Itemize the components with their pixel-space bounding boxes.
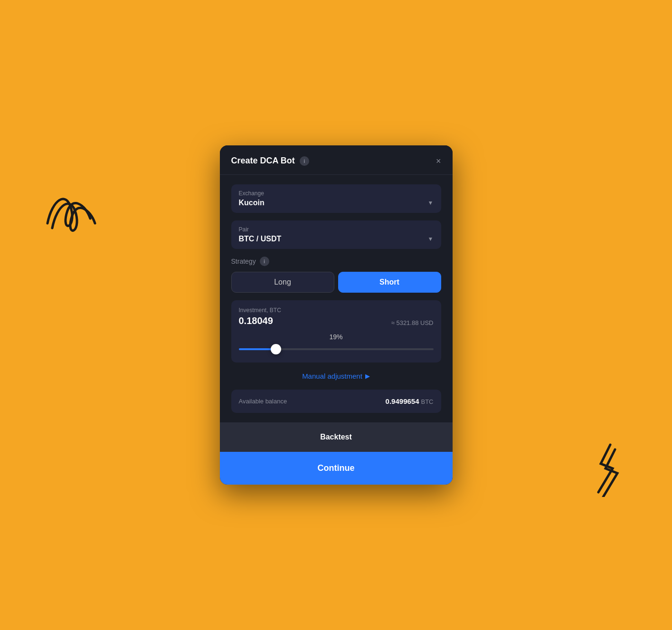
pair-chevron-icon: ▼ [428,236,434,242]
slider-percentage: 19% [239,333,434,341]
investment-left: Investment, BTC 0.18049 [239,307,281,326]
exchange-label: Exchange [239,190,434,197]
balance-currency: BTC [421,398,434,405]
balance-value-row: 0.9499654 BTC [386,397,434,405]
manual-adjustment-arrow-icon: ▶ [365,372,370,380]
scribble-right [587,440,625,497]
balance-value: 0.9499654 [386,397,419,405]
available-balance-row: Available balance 0.9499654 BTC [231,390,441,413]
slider-section: 19% [239,333,434,354]
pair-label: Pair [239,226,434,233]
modal-header: Create DCA Bot i × [220,145,453,175]
pair-value-row: BTC / USDT ▼ [239,235,434,243]
create-dca-bot-modal: Create DCA Bot i × Exchange Kucoin ▼ Pai… [220,145,453,485]
long-button[interactable]: Long [231,272,334,293]
modal-body: Exchange Kucoin ▼ Pair BTC / USDT ▼ Stra… [220,175,453,422]
strategy-info-icon[interactable]: i [260,257,269,266]
pair-dropdown[interactable]: Pair BTC / USDT ▼ [231,220,441,249]
exchange-dropdown[interactable]: Exchange Kucoin ▼ [231,184,441,213]
exchange-chevron-icon: ▼ [428,200,434,206]
modal-title-group: Create DCA Bot i [231,156,309,166]
close-button[interactable]: × [436,157,441,165]
exchange-value: Kucoin [239,199,265,207]
scribble-left [38,181,104,238]
investment-label: Investment, BTC [239,307,281,314]
manual-adjustment-label: Manual adjustment [302,372,362,380]
strategy-label: Strategy [231,258,256,265]
short-button[interactable]: Short [338,272,441,293]
strategy-label-row: Strategy i [231,257,441,266]
backtest-button[interactable]: Backtest [220,422,453,452]
investment-usd: ≈ 5321.88 USD [391,319,434,326]
investment-row: Investment, BTC 0.18049 ≈ 5321.88 USD [239,307,434,326]
exchange-value-row: Kucoin ▼ [239,199,434,207]
info-icon[interactable]: i [300,156,309,166]
modal-title: Create DCA Bot [231,156,295,166]
investment-section: Investment, BTC 0.18049 ≈ 5321.88 USD 19… [231,300,441,363]
manual-adjustment-toggle[interactable]: Manual adjustment ▶ [231,370,441,382]
slider-container[interactable] [239,344,434,354]
strategy-buttons: Long Short [231,272,441,293]
modal-footer: Backtest Continue [220,422,453,485]
investment-value: 0.18049 [239,315,281,326]
strategy-section: Strategy i Long Short [231,257,441,293]
balance-label: Available balance [239,398,287,405]
pair-value: BTC / USDT [239,235,282,243]
continue-button[interactable]: Continue [220,452,453,485]
